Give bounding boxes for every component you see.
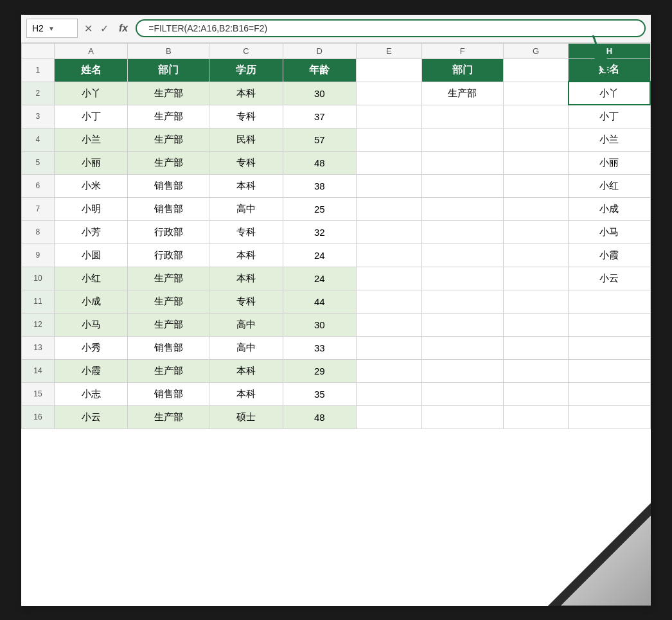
- cell-b13[interactable]: 销售部: [128, 336, 209, 359]
- cell-c1[interactable]: 学历: [209, 58, 283, 82]
- col-header-a[interactable]: A: [54, 43, 127, 58]
- cell-a13[interactable]: 小秀: [54, 336, 127, 359]
- cell-b12[interactable]: 生产部: [128, 313, 209, 336]
- cell-f4[interactable]: [421, 128, 503, 151]
- cell-d14[interactable]: 29: [283, 359, 356, 382]
- cell-a11[interactable]: 小成: [54, 290, 127, 313]
- cell-e14[interactable]: [356, 359, 421, 382]
- cell-d1[interactable]: 年龄: [283, 58, 356, 82]
- cell-h15[interactable]: [569, 382, 650, 405]
- cell-a3[interactable]: 小丁: [54, 105, 127, 128]
- cell-b15[interactable]: 销售部: [128, 382, 209, 405]
- cell-c5[interactable]: 专科: [209, 151, 283, 174]
- cell-b2[interactable]: 生产部: [128, 82, 209, 105]
- cell-e4[interactable]: [356, 128, 421, 151]
- cell-g2[interactable]: [503, 82, 569, 105]
- cell-h14[interactable]: [569, 359, 650, 382]
- col-header-d[interactable]: D: [283, 43, 356, 58]
- cell-d6[interactable]: 38: [283, 174, 356, 197]
- cell-f8[interactable]: [421, 220, 503, 244]
- cell-c4[interactable]: 民科: [209, 128, 283, 151]
- cell-h1[interactable]: 姓名: [569, 58, 650, 82]
- cell-h2[interactable]: 小丫: [569, 82, 650, 105]
- cell-b8[interactable]: 行政部: [128, 220, 209, 244]
- cell-c10[interactable]: 本科: [209, 267, 283, 290]
- cell-g11[interactable]: [503, 290, 569, 313]
- col-header-h[interactable]: H: [569, 43, 650, 58]
- cell-e5[interactable]: [356, 151, 421, 174]
- cell-e8[interactable]: [356, 220, 421, 244]
- cell-a2[interactable]: 小丫: [54, 82, 127, 105]
- cancel-button[interactable]: ✕: [82, 21, 95, 36]
- cell-g7[interactable]: [503, 197, 569, 220]
- cell-c3[interactable]: 专科: [209, 105, 283, 128]
- cell-reference-box[interactable]: H2 ▼: [26, 19, 78, 38]
- cell-b5[interactable]: 生产部: [128, 151, 209, 174]
- cell-e16[interactable]: [356, 405, 421, 429]
- cell-d16[interactable]: 48: [283, 405, 356, 429]
- cell-h11[interactable]: [569, 290, 650, 313]
- cell-e13[interactable]: [356, 336, 421, 359]
- cell-b14[interactable]: 生产部: [128, 359, 209, 382]
- cell-d4[interactable]: 57: [283, 128, 356, 151]
- cell-a16[interactable]: 小云: [54, 405, 127, 429]
- cell-e9[interactable]: [356, 244, 421, 267]
- cell-f10[interactable]: [421, 267, 503, 290]
- cell-g13[interactable]: [503, 336, 569, 359]
- formula-input[interactable]: [136, 19, 646, 37]
- cell-g14[interactable]: [503, 359, 569, 382]
- cell-d9[interactable]: 24: [283, 244, 356, 267]
- cell-b3[interactable]: 生产部: [128, 105, 209, 128]
- cell-f3[interactable]: [421, 105, 503, 128]
- cell-g16[interactable]: [503, 405, 569, 429]
- cell-h6[interactable]: 小红: [569, 174, 650, 197]
- cell-a9[interactable]: 小圆: [54, 244, 127, 267]
- cell-a14[interactable]: 小霞: [54, 359, 127, 382]
- cell-a4[interactable]: 小兰: [54, 128, 127, 151]
- cell-f16[interactable]: [421, 405, 503, 429]
- cell-f12[interactable]: [421, 313, 503, 336]
- cell-c14[interactable]: 本科: [209, 359, 283, 382]
- cell-g1[interactable]: [503, 58, 569, 82]
- cell-b7[interactable]: 销售部: [128, 197, 209, 220]
- cell-ref-dropdown[interactable]: ▼: [46, 21, 57, 35]
- cell-b1[interactable]: 部门: [128, 58, 209, 82]
- cell-h3[interactable]: 小丁: [569, 105, 650, 128]
- col-header-c[interactable]: C: [209, 43, 283, 58]
- cell-e2[interactable]: [356, 82, 421, 105]
- cell-c16[interactable]: 硕士: [209, 405, 283, 429]
- cell-e7[interactable]: [356, 197, 421, 220]
- cell-b9[interactable]: 行政部: [128, 244, 209, 267]
- cell-f1[interactable]: 部门: [421, 58, 503, 82]
- cell-c13[interactable]: 高中: [209, 336, 283, 359]
- cell-c7[interactable]: 高中: [209, 197, 283, 220]
- cell-b16[interactable]: 生产部: [128, 405, 209, 429]
- cell-g10[interactable]: [503, 267, 569, 290]
- cell-g8[interactable]: [503, 220, 569, 244]
- cell-h12[interactable]: [569, 313, 650, 336]
- cell-d3[interactable]: 37: [283, 105, 356, 128]
- cell-d10[interactable]: 24: [283, 267, 356, 290]
- col-header-e[interactable]: E: [356, 43, 421, 58]
- col-header-b[interactable]: B: [128, 43, 209, 58]
- confirm-button[interactable]: ✓: [98, 21, 111, 36]
- cell-e3[interactable]: [356, 105, 421, 128]
- cell-a8[interactable]: 小芳: [54, 220, 127, 244]
- cell-d5[interactable]: 48: [283, 151, 356, 174]
- cell-a1[interactable]: 姓名: [54, 58, 127, 82]
- cell-h7[interactable]: 小成: [569, 197, 650, 220]
- cell-g12[interactable]: [503, 313, 569, 336]
- cell-f5[interactable]: [421, 151, 503, 174]
- cell-h9[interactable]: 小霞: [569, 244, 650, 267]
- cell-c11[interactable]: 专科: [209, 290, 283, 313]
- cell-b10[interactable]: 生产部: [128, 267, 209, 290]
- cell-f2[interactable]: 生产部: [421, 82, 503, 105]
- cell-f11[interactable]: [421, 290, 503, 313]
- cell-d7[interactable]: 25: [283, 197, 356, 220]
- cell-d2[interactable]: 30: [283, 82, 356, 105]
- cell-d15[interactable]: 35: [283, 382, 356, 405]
- col-header-g[interactable]: G: [503, 43, 569, 58]
- cell-g3[interactable]: [503, 105, 569, 128]
- cell-g4[interactable]: [503, 128, 569, 151]
- cell-e12[interactable]: [356, 313, 421, 336]
